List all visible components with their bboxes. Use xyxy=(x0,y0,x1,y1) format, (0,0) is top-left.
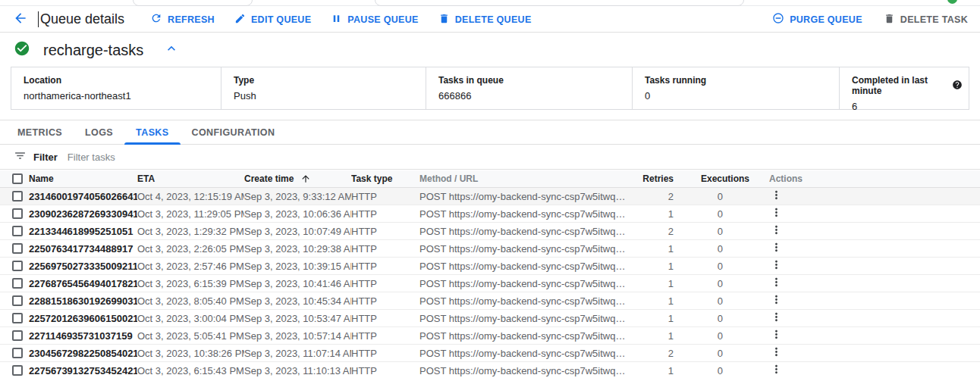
back-button[interactable] xyxy=(11,10,30,30)
task-retries: 2 xyxy=(626,348,674,359)
more-actions-button[interactable] xyxy=(769,346,783,360)
task-name[interactable]: 23090236287269330941 xyxy=(29,208,137,220)
row-checkbox[interactable] xyxy=(12,348,23,358)
task-method-url: POST https://omy-backend-sync-csp7w5itwq… xyxy=(419,295,626,307)
task-name[interactable]: 2250763417734488917 xyxy=(29,243,137,255)
refresh-button[interactable]: REFRESH xyxy=(150,12,215,27)
task-name[interactable]: 23045672982250854021 xyxy=(29,348,137,359)
tab-tasks[interactable]: TASKS xyxy=(124,120,180,144)
task-retries: 2 xyxy=(626,226,674,237)
task-method-url: POST https://omy-backend-sync-csp7w5itwq… xyxy=(419,208,626,220)
more-actions-button[interactable] xyxy=(769,329,783,342)
task-name[interactable]: 22569750273335009211 xyxy=(29,261,137,272)
table-row[interactable]: 2271146935731037159 Oct 3, 2023, 5:05:41… xyxy=(0,327,980,345)
sort-ascending-icon[interactable] xyxy=(300,173,311,185)
more-actions-button[interactable] xyxy=(769,276,783,290)
table-row[interactable]: 23045672982250854021 Oct 3, 2023, 10:38:… xyxy=(0,345,980,362)
task-actions-cell xyxy=(749,189,803,203)
pause-queue-button[interactable]: PAUSE QUEUE xyxy=(331,13,418,27)
more-vert-icon xyxy=(770,363,783,378)
task-retries: 1 xyxy=(626,313,674,324)
column-header-method-url[interactable]: Method / URL xyxy=(419,173,626,184)
task-name[interactable]: 22768765456494017821 xyxy=(29,278,137,289)
task-name[interactable]: 22572012639606150021 xyxy=(29,313,137,324)
collapse-button[interactable] xyxy=(163,42,180,58)
info-tasks-in-queue: Tasks in queue 666866 xyxy=(426,67,632,109)
select-all-checkbox[interactable] xyxy=(12,173,23,184)
task-method-url: POST https://omy-backend-sync-csp7w5itwq… xyxy=(419,365,626,376)
filter-input[interactable] xyxy=(68,152,371,163)
row-checkbox-cell xyxy=(0,226,29,236)
task-actions-cell xyxy=(749,242,803,255)
tab-logs[interactable]: LOGS xyxy=(74,120,124,144)
row-checkbox[interactable] xyxy=(12,208,23,219)
info-location: Location northamerica-northeast1 xyxy=(11,67,221,109)
task-name[interactable]: 22756739132753452421 xyxy=(29,365,137,376)
task-retries: 1 xyxy=(626,278,674,289)
task-name[interactable]: 22881518630192699031 xyxy=(29,295,137,307)
row-checkbox[interactable] xyxy=(12,330,23,341)
table-row[interactable]: 22768765456494017821 Oct 3, 2023, 6:15:3… xyxy=(0,275,980,292)
task-eta: Oct 3, 2023, 3:00:04 PM xyxy=(137,313,244,324)
task-create-time: Sep 3, 2023, 10:41:46 AM xyxy=(244,278,351,289)
more-actions-button[interactable] xyxy=(769,207,783,220)
task-type: HTTP xyxy=(351,348,419,359)
column-header-task-type[interactable]: Task type xyxy=(351,173,419,184)
row-checkbox-cell xyxy=(0,261,29,271)
toolbar-actions-right: PURGE QUEUE DELETE TASK xyxy=(772,12,968,27)
table-row[interactable]: 2213344618995251051 Oct 3, 2023, 1:29:32… xyxy=(0,223,980,240)
trash-icon xyxy=(438,13,450,27)
column-header-executions[interactable]: Executions xyxy=(674,173,749,184)
column-header-name[interactable]: Name xyxy=(29,173,137,184)
row-checkbox[interactable] xyxy=(12,295,23,306)
info-tasks-in-queue-label: Tasks in queue xyxy=(438,75,626,86)
edit-queue-button[interactable]: EDIT QUEUE xyxy=(234,13,311,27)
table-row[interactable]: 23090236287269330941 Oct 3, 2023, 11:29:… xyxy=(0,205,980,223)
more-actions-button[interactable] xyxy=(769,189,783,203)
row-checkbox[interactable] xyxy=(12,243,23,254)
task-retries: 1 xyxy=(626,243,674,255)
row-checkbox[interactable] xyxy=(12,226,23,236)
column-header-retries[interactable]: Retries xyxy=(626,173,674,184)
table-row[interactable]: 23146001974056026641 Oct 4, 2023, 12:15:… xyxy=(0,188,980,205)
column-header-eta[interactable]: ETA xyxy=(137,173,244,184)
delete-queue-button[interactable]: DELETE QUEUE xyxy=(438,13,532,27)
more-actions-button[interactable] xyxy=(769,259,783,273)
table-row[interactable]: 22572012639606150021 Oct 3, 2023, 3:00:0… xyxy=(0,310,980,327)
row-checkbox[interactable] xyxy=(12,278,23,289)
more-vert-icon xyxy=(770,258,783,273)
more-actions-button[interactable] xyxy=(769,311,783,325)
row-checkbox[interactable] xyxy=(12,191,23,201)
info-completed-last-minute: Completed in last minute 6 xyxy=(839,67,969,109)
purge-queue-button[interactable]: PURGE QUEUE xyxy=(772,12,862,27)
help-icon[interactable] xyxy=(952,80,963,92)
column-header-create-time[interactable]: Create time xyxy=(244,173,351,185)
remove-circle-icon xyxy=(772,12,784,27)
info-completed-label-text: Completed in last minute xyxy=(852,75,947,96)
table-row[interactable]: 22881518630192699031 Oct 3, 2023, 8:05:4… xyxy=(0,292,980,310)
tab-configuration[interactable]: CONFIGURATION xyxy=(181,120,287,144)
table-row[interactable]: 2250763417734488917 Oct 3, 2023, 2:26:05… xyxy=(0,240,980,258)
task-method-url: POST https://omy-backend-sync-csp7w5itwq… xyxy=(419,191,626,202)
more-vert-icon xyxy=(770,223,783,239)
row-checkbox-cell xyxy=(0,295,29,306)
task-name[interactable]: 2271146935731037159 xyxy=(29,330,137,342)
more-actions-button[interactable] xyxy=(769,364,783,377)
task-retries: 1 xyxy=(626,295,674,307)
row-checkbox[interactable] xyxy=(12,313,23,323)
arrow-back-icon xyxy=(13,11,28,29)
table-row[interactable]: 22756739132753452421 Oct 3, 2023, 6:15:4… xyxy=(0,362,980,378)
task-name[interactable]: 2213344618995251051 xyxy=(29,226,137,237)
row-checkbox[interactable] xyxy=(12,261,23,271)
task-eta: Oct 3, 2023, 10:38:26 PM xyxy=(137,348,244,359)
task-name[interactable]: 23146001974056026641 xyxy=(29,191,137,202)
more-actions-button[interactable] xyxy=(769,294,783,308)
row-checkbox[interactable] xyxy=(12,365,23,376)
task-actions-cell xyxy=(749,346,803,360)
table-row[interactable]: 22569750273335009211 Oct 3, 2023, 2:57:4… xyxy=(0,258,980,275)
tab-metrics[interactable]: METRICS xyxy=(6,120,74,144)
delete-task-button[interactable]: DELETE TASK xyxy=(884,13,968,27)
green-status-circle xyxy=(947,0,957,4)
more-actions-button[interactable] xyxy=(769,242,783,255)
more-actions-button[interactable] xyxy=(769,224,783,238)
